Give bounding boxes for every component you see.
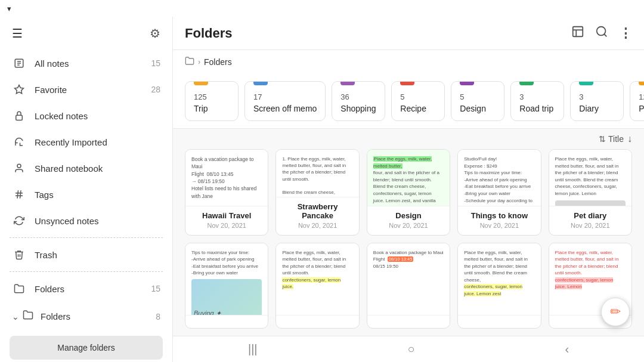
folder-icon xyxy=(12,283,26,294)
folders-label: Folders xyxy=(35,284,151,294)
preview-text-row2-5: Place the eggs, milk, water, melted butt… xyxy=(555,249,626,291)
bottom-nav-home[interactable]: ○ xyxy=(407,342,414,356)
folder-cards-row: 125 Trip 17 Screen off memo 36 Shopping … xyxy=(173,74,644,129)
row2-1-image: Buying ✦ xyxy=(191,279,262,315)
folder-tab-trip xyxy=(194,82,208,85)
sidebar-item-shared-notebook[interactable]: Shared notebook xyxy=(0,155,172,181)
note-card-design[interactable]: Place the eggs, milk, water, melted butt… xyxy=(367,149,450,236)
main-content: Folders ⋮ xyxy=(173,17,644,336)
strawberry-date: Nov 20, 2021 xyxy=(282,222,352,229)
note-card-row2-2[interactable]: Place the eggs, milk, water, melted butt… xyxy=(275,243,359,329)
folder-tab-screen-off xyxy=(253,82,268,85)
hamburger-icon[interactable]: ☰ xyxy=(12,26,23,41)
breadcrumb-separator: › xyxy=(198,58,200,66)
folder-card-name-screen-off: Screen off memo xyxy=(253,104,317,113)
favorite-label: Favorite xyxy=(35,85,151,95)
note-card-hawaii[interactable]: Book a vacation package to Maui Flight 0… xyxy=(185,149,268,236)
pet-image: 🐱 xyxy=(555,200,626,206)
sort-button[interactable]: ⇅ Title xyxy=(599,134,624,144)
app-container: ☰ ⚙ All notes 15 xyxy=(0,17,644,362)
folder-card-diary[interactable]: 3 Diary xyxy=(570,81,624,121)
trash-icon xyxy=(12,249,26,260)
manage-folders-button[interactable]: Manage folders xyxy=(10,336,163,360)
folder-card-paris[interactable]: 12 Paris 2021 xyxy=(630,81,644,121)
folder-card-recipe[interactable]: 5 Recipe xyxy=(391,81,445,121)
folder-card-screen-off[interactable]: 17 Screen off memo xyxy=(244,81,326,121)
sub-folders-count: 8 xyxy=(156,312,160,321)
note-preview-row2-2: Place the eggs, milk, water, melted butt… xyxy=(276,243,358,315)
preview-text-row2-2: Place the eggs, milk, water, melted butt… xyxy=(282,249,352,291)
status-bar: ▾ xyxy=(0,0,644,17)
folder-card-name-shopping: Shopping xyxy=(340,104,376,113)
import-icon xyxy=(12,137,26,147)
note-card-strawberry[interactable]: 1. Place the eggs, milk, water, melted b… xyxy=(275,149,359,236)
note-card-row2-4[interactable]: Place the eggs, milk, water, melted butt… xyxy=(457,243,541,329)
folder-card-count-trip: 125 xyxy=(194,92,230,101)
note-info-row2-3 xyxy=(367,315,450,328)
sidebar-item-locked-notes[interactable]: Locked notes xyxy=(0,103,172,129)
svg-rect-11 xyxy=(573,27,583,37)
compose-fab[interactable]: ✏ xyxy=(601,298,630,326)
folder-card-name-recipe: Recipe xyxy=(400,104,436,113)
sidebar-item-all-notes[interactable]: All notes 15 xyxy=(0,50,172,76)
sort-direction-icon[interactable]: ↓ xyxy=(627,134,632,144)
bottom-nav-back[interactable]: ‹ xyxy=(565,342,569,356)
sidebar-item-recently-imported[interactable]: Recently Imported xyxy=(0,129,172,155)
folder-card-design[interactable]: 5 Design xyxy=(451,81,504,121)
breadcrumb-folder-icon xyxy=(185,56,194,68)
note-card-things-to-know[interactable]: Studio/Full day! Expense : $249 Tips to … xyxy=(457,149,541,236)
bottom-nav-menu[interactable]: ||| xyxy=(248,342,258,356)
preview-text-row2-4: Place the eggs, milk, water, melted butt… xyxy=(464,249,534,298)
note-info-strawberry: Strawberry Pancake Nov 20, 2021 xyxy=(276,197,358,235)
tags-label: Tags xyxy=(35,190,160,200)
sidebar-item-folders[interactable]: Folders 15 xyxy=(0,276,172,302)
header-actions: ⋮ xyxy=(571,25,632,41)
note-preview-design: Place the eggs, milk, water, melted butt… xyxy=(367,150,450,206)
sidebar-divider xyxy=(10,237,163,238)
folder-card-name-design: Design xyxy=(460,104,496,113)
folder-tab-design xyxy=(460,82,474,85)
svg-line-10 xyxy=(20,190,21,199)
preview-text-things: Studio/Full day! Expense : $249 Tips to … xyxy=(464,156,534,206)
sort-label: Title xyxy=(608,134,624,144)
folder-card-road-trip[interactable]: 3 Road trip xyxy=(510,81,564,121)
more-icon[interactable]: ⋮ xyxy=(619,26,632,41)
sidebar-item-unsynced[interactable]: Unsynced notes xyxy=(0,208,172,234)
search-icon[interactable] xyxy=(595,25,608,41)
bottom-nav: ||| ○ ‹ xyxy=(173,336,644,362)
gear-icon[interactable]: ⚙ xyxy=(150,26,160,41)
note-card-row2-3[interactable]: Book a vacation package to Maui Flight 0… xyxy=(367,243,450,329)
design-date: Nov 20, 2021 xyxy=(373,222,444,229)
sidebar-item-favorite[interactable]: Favorite 28 xyxy=(0,76,172,103)
folder-card-name-trip: Trip xyxy=(194,104,230,113)
sync-icon xyxy=(12,215,26,226)
folder-tab-paris xyxy=(639,82,644,85)
main-wrapper: Folders ⋮ xyxy=(173,17,644,362)
folder-card-name-diary: Diary xyxy=(579,104,615,113)
folder-card-count-shopping: 36 xyxy=(340,92,376,101)
bookmark-icon[interactable] xyxy=(571,25,584,41)
note-card-pet-diary[interactable]: Place the eggs, milk, water, melted butt… xyxy=(549,149,632,236)
note-info-row2-4 xyxy=(458,315,540,328)
lock-icon xyxy=(12,110,26,121)
strawberry-title: Strawberry Pancake xyxy=(282,202,352,220)
note-info-design: Design Nov 20, 2021 xyxy=(367,206,450,235)
folder-card-shopping[interactable]: 36 Shopping xyxy=(332,81,385,121)
svg-marker-4 xyxy=(15,85,24,94)
unsynced-label: Unsynced notes xyxy=(35,216,160,226)
folder-card-count-diary: 3 xyxy=(579,92,615,101)
all-notes-count: 15 xyxy=(151,58,160,68)
sidebar-header: ☰ ⚙ xyxy=(0,17,172,50)
sidebar-divider-2 xyxy=(10,271,163,272)
svg-point-6 xyxy=(17,164,21,168)
preview-text-strawberry: 1. Place the eggs, milk, water, melted b… xyxy=(282,156,352,197)
note-card-row2-1[interactable]: Tips to maximize your time: -Arrive ahea… xyxy=(185,243,268,329)
folder-card-name-road-trip: Road trip xyxy=(519,104,555,113)
sidebar-item-trash[interactable]: Trash xyxy=(0,242,172,268)
folder-card-trip[interactable]: 125 Trip xyxy=(185,81,239,121)
note-info-row2-2 xyxy=(276,315,358,328)
sidebar-item-sub-folders[interactable]: ⌄ Folders 8 xyxy=(0,302,172,331)
svg-line-9 xyxy=(17,190,18,199)
sidebar-item-tags[interactable]: Tags xyxy=(0,181,172,208)
recently-imported-label: Recently Imported xyxy=(35,137,160,147)
